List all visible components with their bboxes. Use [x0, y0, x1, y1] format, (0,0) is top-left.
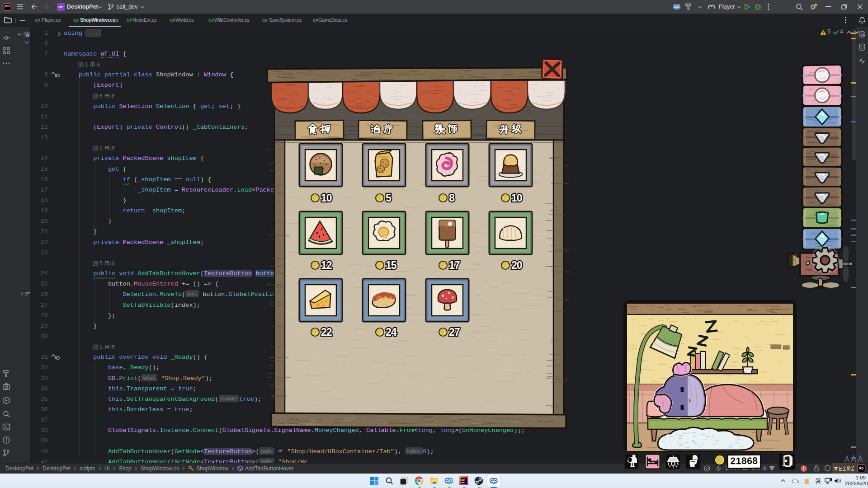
svg-text:24: 24	[386, 326, 397, 338]
svg-text:8: 8	[449, 192, 455, 204]
svg-text:22: 22	[321, 326, 332, 338]
svg-text:5: 5	[386, 192, 392, 204]
svg-text:10: 10	[511, 192, 522, 204]
svg-text:27: 27	[449, 326, 460, 338]
svg-text:15: 15	[386, 259, 397, 271]
svg-text:10: 10	[321, 192, 332, 204]
svg-text:12: 12	[321, 259, 332, 271]
svg-text:20: 20	[511, 259, 522, 271]
svg-text:17: 17	[449, 259, 460, 271]
